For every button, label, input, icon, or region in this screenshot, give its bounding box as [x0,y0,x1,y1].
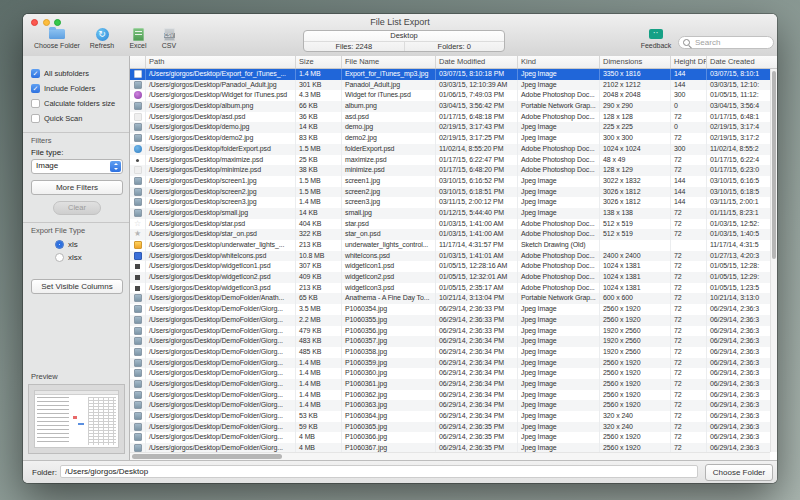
horizontal-scrollbar[interactable] [130,452,770,460]
cell-date-modified: 01/05/15, 2:35:17 AM [436,283,518,294]
cell-date-created: 06/29/14, 2:36:3 [707,347,770,358]
table-row[interactable]: /Users/giorgos/Desktop/DemoFolder/Giorg.… [130,304,777,315]
file-type-select[interactable]: Image [31,159,123,174]
radio-dot[interactable] [55,253,64,262]
feedback-icon: ·· [649,29,663,39]
cell-kind: Jpeg Image [518,347,600,358]
file-doc-icon [134,70,142,78]
cell-size: 213 KB [296,283,342,294]
radio-xls[interactable]: xls [31,238,123,251]
checkbox-quick-scan[interactable]: Quick Scan [31,111,123,126]
table-row[interactable]: /Users/giorgos/Desktop/folderExport.psd1… [130,144,777,155]
table-row[interactable]: /Users/giorgos/Desktop/DemoFolder/Giorg.… [130,400,777,411]
clear-button[interactable]: Clear [53,201,101,215]
table-row[interactable]: /Users/giorgos/Desktop/maximize.psd25 KB… [130,155,777,166]
file-photo-icon [134,359,142,367]
table-row[interactable]: /Users/giorgos/Desktop/DemoFolder/Giorg.… [130,326,777,337]
table-row[interactable]: /Users/giorgos/Desktop/screen3.jpg1.4 MB… [130,197,777,208]
table-row[interactable]: /Users/giorgos/Desktop/DemoFolder/Giorg.… [130,347,777,358]
table-row[interactable]: /Users/giorgos/Desktop/DemoFolder/Giorg.… [130,422,777,433]
table-row[interactable]: /Users/giorgos/Desktop/minimize.psd38 KB… [130,165,777,176]
table-row[interactable]: ★/Users/giorgos/Desktop/star_on.psd322 K… [130,229,777,240]
checkbox-calculate-folders-size[interactable]: Calculate folders size [31,96,123,111]
feedback-button[interactable]: ·· Feedback [635,27,677,49]
cell-size: 3.5 MB [296,304,342,315]
column-header-kind[interactable]: Kind [518,56,600,68]
vertical-scrollbar[interactable] [770,69,777,452]
cell-size: 1.4 MB [296,69,342,80]
choose-folder-button[interactable]: Choose Folder [705,464,773,481]
sidebar-divider [23,132,129,133]
search-input[interactable] [678,36,774,49]
table-row[interactable]: /Users/giorgos/Desktop/DemoFolder/Giorg.… [130,358,777,369]
table-row[interactable]: /Users/giorgos/Desktop/asd.psd36 KBasd.p… [130,112,777,123]
column-header-height-dpi[interactable]: Height DPI [671,56,707,68]
cell-path: /Users/giorgos/Desktop/DemoFolder/Giorg.… [146,368,296,379]
checkbox-box[interactable]: ✓ [31,84,40,93]
table-row[interactable]: /Users/giorgos/Desktop/widgetIcon3.psd21… [130,283,777,294]
table-row[interactable]: /Users/giorgos/Desktop/DemoFolder/Giorg.… [130,432,777,443]
cell-icon [130,208,146,219]
table-row[interactable]: /Users/giorgos/Desktop/DemoFolder/Giorg.… [130,368,777,379]
table-row[interactable]: ☆/Users/giorgos/Desktop/star.psd404 KBst… [130,219,777,230]
column-header-size[interactable]: Size [296,56,342,68]
table-row[interactable]: /Users/giorgos/Desktop/album.png66 KBalb… [130,101,777,112]
cell-path: /Users/giorgos/Desktop/DemoFolder/Giorg.… [146,422,296,433]
horizontal-scrollbar-thumb[interactable] [132,454,282,459]
table-row[interactable]: /Users/giorgos/Desktop/DemoFolder/Giorg.… [130,411,777,422]
checkbox-box[interactable]: ✓ [31,69,40,78]
radio-xlsx[interactable]: xlsx [31,251,123,264]
table-row[interactable]: /Users/giorgos/Desktop/screen1.jpg1.5 MB… [130,176,777,187]
table-row[interactable]: /Users/giorgos/Desktop/Panadol_Adult.jpg… [130,80,777,91]
choose-folder-toolbar-button[interactable]: Choose Folder [33,27,81,49]
table-row[interactable]: /Users/giorgos/Desktop/demo2.jpg83 KBdem… [130,133,777,144]
column-header-date-modified[interactable]: Date Modified [436,56,518,68]
more-filters-button[interactable]: More Filters [31,180,123,195]
table-row[interactable]: /Users/giorgos/Desktop/DemoFolder/Giorg.… [130,443,777,452]
table-row[interactable]: /Users/giorgos/Desktop/screen2.jpg1.5 MB… [130,187,777,198]
table-row[interactable]: /Users/giorgos/Desktop/DemoFolder/Anath.… [130,293,777,304]
table-row[interactable]: /Users/giorgos/Desktop/demo.jpg14 KBdemo… [130,122,777,133]
cell-file-name: P1060356.jpg [342,326,436,337]
cell-height-dpi: 72 [671,315,707,326]
column-header-date-created[interactable]: Date Created [707,56,777,68]
cell-dimensions: 300 x 300 [600,133,671,144]
folder-label: Folder: [32,468,57,477]
table-row[interactable]: /Users/giorgos/Desktop/widgetIcon2.psd40… [130,272,777,283]
file-photo-icon [134,102,142,110]
checkbox-all-subfolders[interactable]: ✓All subfolders [31,66,123,81]
checkbox-box[interactable] [31,114,40,123]
table-row[interactable]: /Users/giorgos/Desktop/widgetIcon1.psd30… [130,261,777,272]
file-blue-icon [134,145,142,153]
table-row[interactable]: /Users/giorgos/Desktop/Export_for_iTunes… [130,69,777,80]
cell-date-created: 06/29/14, 2:36:3 [707,368,770,379]
excel-export-button[interactable]: Excel [123,27,153,49]
cell-path: /Users/giorgos/Desktop/minimize.psd [146,165,296,176]
csv-label: CSV [155,42,183,49]
vertical-scrollbar-thumb[interactable] [772,71,776,259]
table-row[interactable]: /Users/giorgos/Desktop/DemoFolder/Giorg.… [130,315,777,326]
table-row[interactable]: /Users/giorgos/Desktop/DemoFolder/Giorg.… [130,379,777,390]
checkbox-box[interactable] [31,99,40,108]
refresh-button[interactable]: ↻ Refresh [85,27,119,49]
radio-dot[interactable] [55,240,64,249]
column-header-file-name[interactable]: File Name [342,56,436,68]
table-row[interactable]: /Users/giorgos/Desktop/whiteIcons.psd10.… [130,251,777,262]
checkbox-include-folders[interactable]: ✓Include Folders [31,81,123,96]
csv-export-button[interactable]: CSV CSV [155,27,183,49]
table-row[interactable]: /Users/giorgos/Desktop/underwater_lights… [130,240,777,251]
column-header-dimensions[interactable]: Dimensions [600,56,671,68]
cell-file-name: P1060355.jpg [342,315,436,326]
table-row[interactable]: /Users/giorgos/Desktop/Widget for iTunes… [130,90,777,101]
files-count: Files: 2248 [304,42,404,52]
folder-path-input[interactable] [60,465,698,478]
table-row[interactable]: /Users/giorgos/Desktop/small.jpg14 KBsma… [130,208,777,219]
cell-dimensions: 2560 x 1920 [600,379,671,390]
column-header-icon[interactable] [130,56,146,68]
cell-kind: Jpeg Image [518,336,600,347]
column-header-path[interactable]: Path [146,56,296,68]
table-row[interactable]: /Users/giorgos/Desktop/DemoFolder/Giorg.… [130,390,777,401]
set-visible-columns-button[interactable]: Set Visible Columns [31,279,123,294]
cell-kind: Adobe Photoshop Doc... [518,283,600,294]
table-row[interactable]: /Users/giorgos/Desktop/DemoFolder/Giorg.… [130,336,777,347]
